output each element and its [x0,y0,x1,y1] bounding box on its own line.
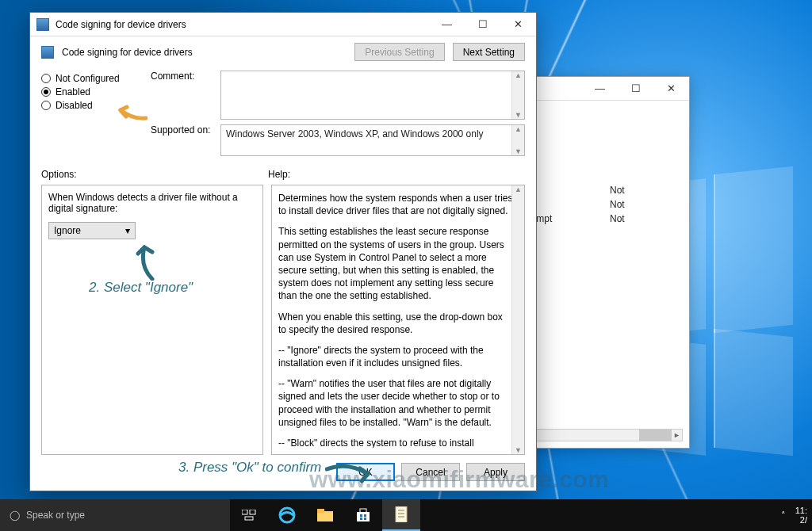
options-prompt: When Windows detects a driver file witho… [48,192,256,214]
system-tray[interactable]: ˄ 11: 2/ [776,506,812,525]
search-placeholder: Speak or type [26,510,85,521]
edge-taskbar-button[interactable] [268,499,306,531]
options-pane: When Windows detects a driver file witho… [41,185,263,455]
svg-rect-6 [357,512,370,521]
chevron-down-icon: ▾ [125,225,130,236]
comment-textarea[interactable]: ▲▼ [220,71,525,120]
file-explorer-taskbar-button[interactable] [306,499,344,531]
dropdown-value: Ignore [54,225,81,236]
cortana-search[interactable]: ◯ Speak or type [0,499,230,531]
code-signing-dialog: Code signing for device drivers — ☐ ✕ Co… [29,12,537,491]
annotation-arrow-2 [135,243,162,281]
svg-rect-5 [317,509,324,513]
gpedit-taskbar-button[interactable] [382,499,420,531]
svg-rect-2 [245,517,253,520]
close-button[interactable]: ✕ [500,13,536,36]
svg-rect-9 [364,514,366,517]
help-pane: Determines how the system responds when … [271,185,525,455]
tray-chevron-up-icon[interactable]: ˄ [781,510,786,521]
cortana-icon: ◯ [10,510,20,521]
bg-close-button[interactable]: ✕ [653,82,689,94]
window-title: Code signing for device drivers [56,19,429,30]
next-setting-button[interactable]: Next Setting [453,43,525,61]
store-taskbar-button[interactable] [344,499,382,531]
previous-setting-button[interactable]: Previous Setting [354,43,444,61]
policy-heading: Code signing for device drivers [62,47,347,58]
maximize-button[interactable]: ☐ [465,13,500,36]
bg-horizontal-scrollbar[interactable]: ◄► [523,429,683,441]
background-gpo-list-window: — ☐ ✕ Not Not promptNot ◄► [515,76,690,449]
radio-not-configured[interactable]: Not Configured [41,73,144,84]
radio-enabled[interactable]: Enabled [41,86,144,97]
bg-maximize-button[interactable]: ☐ [618,82,653,94]
help-scrollbar[interactable]: ▲▼ [511,185,524,454]
task-view-button[interactable] [230,499,268,531]
apply-button[interactable]: Apply [466,463,525,481]
svg-rect-1 [250,510,255,514]
bg-minimize-button[interactable]: — [582,82,618,94]
help-label: Help: [268,169,290,180]
supported-scrollbar[interactable]: ▲▼ [511,125,524,155]
svg-rect-12 [396,506,407,522]
options-label: Options: [41,169,268,180]
signature-action-dropdown[interactable]: Ignore ▾ [48,222,136,239]
annotation-arrow-3 [325,463,373,485]
taskbar: ◯ Speak or type ˄ 11: 2/ [0,499,812,531]
supported-on-label: Supported on: [151,124,214,136]
taskbar-clock[interactable]: 11: 2/ [795,506,807,525]
window-icon [36,18,49,31]
svg-rect-11 [364,518,366,520]
comment-scrollbar[interactable]: ▲▼ [511,71,524,119]
supported-on-box: Windows Server 2003, Windows XP, and Win… [220,124,525,156]
cancel-button[interactable]: Cancel [401,463,460,481]
minimize-button[interactable]: — [429,13,465,36]
annotation-arrow-1 [116,102,147,123]
svg-rect-0 [242,510,247,514]
comment-label: Comment: [151,71,214,82]
svg-rect-10 [360,518,362,520]
policy-icon [41,46,54,59]
svg-rect-8 [360,514,362,517]
titlebar[interactable]: Code signing for device drivers — ☐ ✕ [30,13,536,36]
